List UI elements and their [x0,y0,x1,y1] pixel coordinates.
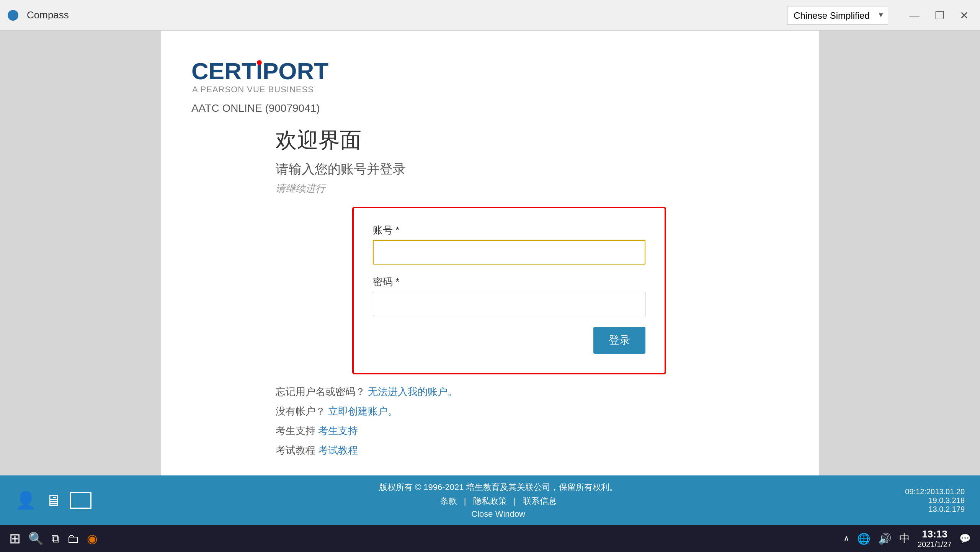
footer-icons: 👤 🖥 [15,490,91,510]
network-icon: 🌐 [857,532,871,545]
username-group: 账号 * [373,224,645,265]
logo-area: CERT I • PORT A PEARSON VUE BUSINESS [191,50,328,98]
login-form-box: 账号 * 密码 * 登录 [352,207,666,374]
tray-chevron[interactable]: ∧ [843,534,849,544]
monitor-icon: 🖥 [46,492,61,509]
app-footer: 👤 🖥 版权所有 © 1996-2021 培生教育及其关联公司，保留所有权利。 … [0,475,980,525]
support-prefix: 考生支持 [276,425,315,436]
header: CERT I • PORT A PEARSON VUE BUSINESS [191,50,789,98]
welcome-title: 欢迎界面 [276,126,789,155]
window-controls: — ❐ ✕ [905,7,972,23]
tutorial-prefix: 考试教程 [276,444,315,456]
logo-port: PORT [263,57,328,85]
page-content: CERT I • PORT A PEARSON VUE BUSINESS AAT… [0,31,980,552]
password-group: 密码 * [373,275,645,316]
no-account-prefix: 没有帐户？ [276,405,325,417]
folder-button[interactable]: 🗀 [67,532,79,546]
password-input[interactable] [373,292,645,316]
language-dropdown-wrapper[interactable]: English Chinese Simplified Chinese Tradi… [787,6,888,24]
footer-link-privacy[interactable]: 隐私政策 [473,496,507,506]
tutorial-link[interactable]: 考试教程 [318,444,358,456]
certiport-logo: CERT I • PORT A PEARSON VUE BUSINESS [191,57,328,95]
create-account-link[interactable]: 立即创建账户。 [328,405,398,417]
title-bar-title: Compass [27,9,69,21]
support-link[interactable]: 考生支持 [318,425,358,436]
no-account-row: 没有帐户？ 立即创建账户。 [276,405,789,418]
footer-center: 版权所有 © 1996-2021 培生教育及其关联公司，保留所有权利。 条款 |… [91,482,905,519]
close-button[interactable]: ✕ [956,7,972,23]
footer-ip3: 13.0.2.179 [928,505,965,514]
notification-icon[interactable]: 💬 [959,533,971,544]
forgot-link[interactable]: 无法进入我的账户。 [368,386,457,397]
site-name: AATC ONLINE (90079041) [191,102,320,114]
footer-ip2: 19.0.3.218 [928,496,965,505]
login-button[interactable]: 登录 [593,327,645,354]
language-dropdown[interactable]: English Chinese Simplified Chinese Tradi… [787,6,888,24]
logo-dot: • [256,53,262,72]
logo-cert: CERT [191,57,256,85]
footer-right: 09:12:2013.01.20 19.0.3.218 13.0.2.179 [905,487,965,514]
main-panel: CERT I • PORT A PEARSON VUE BUSINESS AAT… [161,31,819,486]
clock-date: 2021/1/27 [918,540,952,549]
start-button[interactable]: ⊞ [9,531,21,547]
window-icon [70,492,91,509]
footer-copyright: 版权所有 © 1996-2021 培生教育及其关联公司，保留所有权利。 [91,482,905,493]
logo-line: CERT I • PORT [191,57,328,85]
close-window-link[interactable]: Close Window [91,509,905,519]
app-icon [8,10,18,21]
input-icon: 中 [899,531,910,546]
task-view-button[interactable]: ⧉ [51,532,59,545]
username-label: 账号 * [373,224,645,237]
links-section: 忘记用户名或密码？ 无法进入我的账户。 没有帐户？ 立即创建账户。 考生支持 考… [276,385,789,457]
title-bar: Compass English Chinese Simplified Chine… [0,0,980,31]
footer-links: 条款 | 隐私政策 | 联系信息 [91,495,905,507]
system-tray: ∧ 🌐 🔊 中 13:13 2021/1/27 💬 [843,528,971,549]
search-button[interactable]: 🔍 [28,531,44,546]
welcome-section: 欢迎界面 请输入您的账号并登录 请继续进行 账号 * 密码 * 登录 [276,126,789,457]
tutorial-row: 考试教程 考试教程 [276,444,789,457]
forgot-row: 忘记用户名或密码？ 无法进入我的账户。 [276,385,789,398]
minimize-button[interactable]: — [905,7,923,23]
windows-taskbar: ⊞ 🔍 ⧉ 🗀 ◉ ∧ 🌐 🔊 中 13:13 2021/1/27 💬 [0,525,980,552]
forgot-prefix: 忘记用户名或密码？ [276,386,365,397]
restore-button[interactable]: ❐ [931,7,948,23]
welcome-note: 请继续进行 [276,182,789,195]
welcome-subtitle: 请输入您的账号并登录 [276,160,789,178]
clock-time: 13:13 [918,528,952,540]
password-label: 密码 * [373,275,645,289]
footer-link-contact[interactable]: 联系信息 [523,496,557,506]
username-input[interactable] [373,240,645,265]
logo-sub: A PEARSON VUE BUSINESS [192,85,328,95]
support-row: 考生支持 考生支持 [276,424,789,438]
site-name-container: AATC ONLINE (90079041) [191,102,789,114]
footer-ip1: 09:12:2013.01.20 [905,487,965,496]
sound-icon: 🔊 [878,532,892,545]
logo-i: I • [256,57,263,85]
footer-link-terms[interactable]: 条款 [440,496,457,506]
person-icon: 👤 [15,490,36,510]
clock: 13:13 2021/1/27 [918,528,952,549]
language-selector-container: English Chinese Simplified Chinese Tradi… [787,6,888,24]
app-taskbar-button[interactable]: ◉ [87,531,98,546]
